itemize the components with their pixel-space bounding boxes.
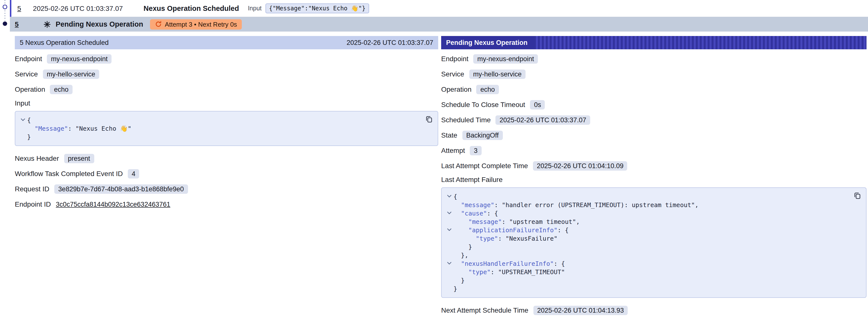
field-label: Attempt (441, 147, 465, 154)
scheduled-panel-timestamp: 2025-02-26 UTC 01:03:37.07 (347, 39, 433, 46)
field-label: Scheduled Time (441, 116, 491, 124)
field-workflow-task-completed-event-id: Workflow Task Completed Event ID 4 (15, 168, 438, 179)
scheduled-panel-body: Endpoint my-nexus-endpoint Service my-he… (15, 49, 438, 210)
timeline-filled-node-icon (3, 22, 7, 26)
json-line: "applicationFailureInfo": { (444, 226, 846, 234)
field-value-chip: present (64, 154, 94, 163)
field-endpoint: Endpoint my-nexus-endpoint (441, 53, 867, 64)
field-value-chip: 4 (128, 169, 140, 178)
field-scheduled-time: Scheduled Time 2025-02-26 UTC 01:03:37.0… (441, 115, 867, 125)
field-value-chip: BackingOff (462, 130, 503, 140)
field-value-chip: my-nexus-endpoint (473, 54, 538, 63)
chevron-down-icon[interactable] (444, 259, 454, 268)
json-line: "message": "upstream timeout", (444, 218, 846, 226)
history-content: 5 2025-02-26 UTC 01:03:37.07 Nexus Opera… (10, 0, 868, 322)
json-line: { (444, 192, 846, 201)
field-value-chip: my-hello-service (469, 69, 526, 79)
field-value-chip: my-hello-service (43, 69, 99, 79)
timeline-markers-icon (0, 0, 10, 34)
json-line: } (18, 133, 418, 141)
input-json-viewer: { "Message": "Nexus Echo 👋" } (15, 111, 438, 146)
field-label: Endpoint (15, 55, 42, 63)
chevron-down-icon[interactable] (18, 116, 27, 124)
json-line: "type": "NexusFailure" (444, 234, 846, 243)
retry-status-badge: Attempt 3 • Next Retry 0s (150, 19, 242, 29)
pending-event-id-link[interactable]: 5 (15, 20, 19, 28)
field-attempt: Attempt 3 (441, 145, 867, 156)
timeline-gutter (0, 0, 10, 322)
field-nexus-header: Nexus Header present (15, 153, 438, 164)
field-value-chip: echo (50, 85, 72, 94)
field-service: Service my-hello-service (15, 68, 438, 79)
event-history-view: 5 2025-02-26 UTC 01:03:37.07 Nexus Opera… (0, 0, 868, 322)
input-inline-label: Input (248, 5, 262, 12)
json-line: { (18, 116, 418, 124)
field-value-chip: 0s (530, 100, 545, 109)
copy-icon[interactable] (854, 192, 861, 199)
field-label: Workflow Task Completed Event ID (15, 170, 123, 178)
detail-panels: 5 Nexus Operation Scheduled 2025-02-26 U… (10, 32, 868, 320)
pending-panel-header: Pending Nexus Operation (441, 36, 867, 49)
endpoint-id-link[interactable]: 3c0c75ccfa8144b092c13ce632463761 (56, 200, 170, 208)
pending-panel-body: Endpoint my-nexus-endpoint Service my-he… (441, 49, 867, 316)
field-label: Next Attempt Schedule Time (441, 306, 528, 314)
field-value-chip: 2025-02-26 UTC 01:04:13.93 (533, 305, 628, 315)
chevron-down-icon[interactable] (444, 226, 454, 234)
chevron-down-icon[interactable] (444, 192, 454, 201)
event-title: Nexus Operation Scheduled (144, 4, 239, 12)
field-endpoint-id: Endpoint ID 3c0c75ccfa8144b092c13ce63246… (15, 199, 438, 210)
field-label: Endpoint (441, 55, 469, 63)
field-value-chip: 2025-02-26 UTC 01:03:37.07 (496, 115, 590, 125)
field-label: Endpoint ID (15, 200, 51, 208)
json-line: } (444, 285, 846, 293)
json-line: "nexusHandlerFailureInfo": { (444, 259, 846, 268)
field-value-chip: 2025-02-26 UTC 01:04:10.09 (533, 161, 627, 170)
chevron-down-icon[interactable] (444, 209, 454, 218)
pending-asterisk-icon (43, 21, 51, 28)
field-operation: Operation echo (441, 84, 867, 95)
json-line: "cause": { (444, 209, 846, 218)
json-line: "message": "handler error (UPSTREAM_TIME… (444, 201, 846, 209)
field-schedule-to-close-timeout: Schedule To Close Timeout 0s (441, 99, 867, 110)
json-line: "type": "UPSTREAM_TIMEOUT" (444, 268, 846, 276)
field-value-chip: 3e829b7e-7d67-4b08-aad3-b1e868bfe9e0 (54, 184, 188, 194)
json-line: } (444, 243, 846, 251)
copy-icon[interactable] (425, 116, 433, 123)
scheduled-panel-title: 5 Nexus Operation Scheduled (20, 39, 108, 46)
field-label: Operation (15, 85, 45, 93)
field-label: Schedule To Close Timeout (441, 101, 525, 108)
field-label: Last Attempt Complete Time (441, 162, 528, 170)
input-preview-chip: {"Message":"Nexus Echo 👋"} (266, 3, 369, 13)
json-line: "Message": "Nexus Echo 👋" (18, 124, 418, 133)
event-row-nexus-operation-scheduled[interactable]: 5 2025-02-26 UTC 01:03:37.07 Nexus Opera… (10, 0, 868, 17)
scheduled-event-panel: 5 Nexus Operation Scheduled 2025-02-26 U… (15, 36, 438, 214)
field-service: Service my-hello-service (441, 68, 867, 79)
scheduled-panel-header: 5 Nexus Operation Scheduled 2025-02-26 U… (15, 36, 438, 49)
field-value-chip: echo (476, 85, 499, 94)
field-state: State BackingOff (441, 130, 867, 140)
pending-operation-panel: Pending Nexus Operation Endpoint my-nexu… (441, 36, 867, 320)
field-endpoint: Endpoint my-nexus-endpoint (15, 53, 438, 64)
failure-json-viewer: { "message": "handler error (UPSTREAM_TI… (441, 187, 867, 298)
field-next-attempt-schedule-time: Next Attempt Schedule Time 2025-02-26 UT… (441, 305, 867, 316)
field-label: Service (15, 70, 38, 78)
field-operation: Operation echo (15, 84, 438, 95)
field-label: Nexus Header (15, 154, 59, 162)
json-line: }, (444, 251, 846, 259)
pending-operation-row[interactable]: 5 Pending Nexus Operation Attempt 3 • Ne… (10, 17, 868, 32)
field-label: State (441, 131, 457, 139)
field-label: Request ID (15, 185, 49, 193)
field-request-id: Request ID 3e829b7e-7d67-4b08-aad3-b1e86… (15, 184, 438, 194)
pending-row-title: Pending Nexus Operation (56, 20, 143, 28)
input-section-label: Input (15, 99, 438, 107)
event-timestamp: 2025-02-26 UTC 01:03:37.07 (33, 4, 123, 12)
json-line: } (444, 276, 846, 285)
field-last-attempt-complete-time: Last Attempt Complete Time 2025-02-26 UT… (441, 160, 867, 171)
last-attempt-failure-label: Last Attempt Failure (441, 175, 867, 184)
event-id-link[interactable]: 5 (17, 4, 21, 12)
field-label: Operation (441, 85, 471, 93)
timeline-open-node-icon (3, 5, 7, 9)
field-value-chip: my-nexus-endpoint (47, 54, 112, 63)
field-label: Service (441, 70, 464, 78)
field-value-chip: 3 (470, 146, 482, 155)
